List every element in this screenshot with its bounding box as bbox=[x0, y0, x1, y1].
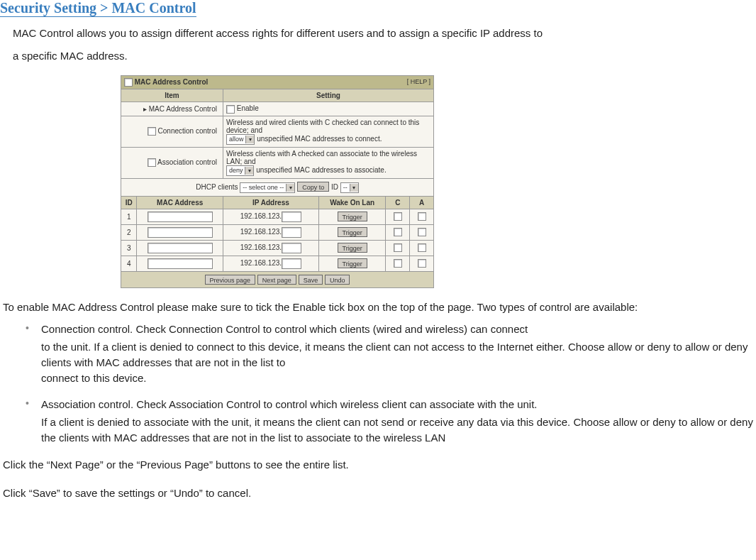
wol-cell: Trigger bbox=[318, 240, 385, 256]
assoc-text1: Wireless clients with A checked can asso… bbox=[226, 150, 417, 165]
mac-control-label: ▸ MAC Address Control bbox=[121, 102, 223, 116]
ip-cell: 192.168.123. bbox=[223, 209, 318, 224]
c-checkbox[interactable] bbox=[394, 243, 402, 252]
save-button[interactable]: Save bbox=[299, 275, 323, 285]
enable-instruction: To enable MAC Address Control please mak… bbox=[3, 298, 756, 317]
mac-input[interactable] bbox=[148, 258, 213, 269]
undo-button[interactable]: Undo bbox=[325, 275, 350, 285]
intro-para-1: MAC Control allows you to assign differe… bbox=[13, 24, 756, 43]
association-control-setting: Wireless clients with A checked can asso… bbox=[223, 147, 433, 178]
table-row: 4192.168.123.Trigger bbox=[121, 256, 434, 271]
mac-input[interactable] bbox=[148, 227, 213, 238]
footer-buttons: Previous page Next page Save Undo bbox=[121, 271, 434, 287]
dhcp-row: DHCP clients -- select one -- ▾ Copy to … bbox=[121, 178, 434, 196]
ip-prefix: 192.168.123. bbox=[240, 228, 282, 236]
col-setting-header: Setting bbox=[223, 89, 433, 102]
a-checkbox[interactable] bbox=[418, 259, 426, 268]
c-checkbox[interactable] bbox=[394, 259, 402, 268]
prev-page-button[interactable]: Previous page bbox=[205, 275, 256, 285]
table-row: 2192.168.123.Trigger bbox=[121, 224, 434, 240]
ip-prefix: 192.168.123. bbox=[240, 259, 282, 267]
ip-prefix: 192.168.123. bbox=[240, 212, 282, 220]
ip-cell: 192.168.123. bbox=[223, 224, 318, 240]
id-select-value: -- bbox=[343, 184, 348, 191]
next-page-button[interactable]: Next page bbox=[257, 275, 296, 285]
mac-cell bbox=[137, 209, 223, 224]
page-title: Security Setting > MAC Control bbox=[0, 0, 196, 17]
conn-text2: unspecified MAC addresses to connect. bbox=[257, 135, 382, 143]
help-link[interactable]: [ HELP ] bbox=[407, 78, 430, 85]
mac-cell bbox=[137, 224, 223, 240]
row-id: 2 bbox=[121, 224, 137, 240]
c-cell bbox=[386, 224, 410, 240]
association-control-checkbox[interactable] bbox=[148, 158, 156, 167]
assoc-policy-value: deny bbox=[229, 167, 243, 174]
mac-input[interactable] bbox=[148, 212, 213, 222]
row-id: 1 bbox=[121, 209, 137, 224]
grid-h-ip: IP Address bbox=[223, 196, 318, 209]
ip-suffix-input[interactable] bbox=[282, 258, 301, 269]
grid-h-wol: Wake On Lan bbox=[318, 196, 385, 209]
conn-body: to the unit. If a client is denied to co… bbox=[41, 339, 756, 386]
a-checkbox[interactable] bbox=[418, 212, 426, 221]
ip-suffix-input[interactable] bbox=[282, 243, 301, 253]
table-row: 1192.168.123.Trigger bbox=[121, 209, 434, 224]
chevron-down-icon: ▾ bbox=[245, 167, 253, 175]
id-label: ID bbox=[331, 183, 338, 191]
row-id: 3 bbox=[121, 240, 137, 256]
grid-h-c: C bbox=[386, 196, 410, 209]
conn-head: Connection control. Check Connection Con… bbox=[41, 321, 756, 338]
control-types-list: Connection control. Check Connection Con… bbox=[26, 321, 756, 446]
panel-collapse-icon[interactable] bbox=[124, 78, 133, 87]
trigger-button[interactable]: Trigger bbox=[338, 258, 367, 268]
mac-control-setting: Enable bbox=[223, 102, 433, 116]
ip-prefix: 192.168.123. bbox=[240, 243, 282, 251]
mac-input[interactable] bbox=[148, 243, 213, 253]
assoc-body: If a client is denied to associate with … bbox=[41, 414, 756, 446]
c-checkbox[interactable] bbox=[394, 212, 402, 221]
enable-label: Enable bbox=[237, 104, 259, 112]
row-id: 4 bbox=[121, 256, 137, 271]
ip-suffix-input[interactable] bbox=[282, 227, 301, 238]
ip-cell: 192.168.123. bbox=[223, 240, 318, 256]
mac-cell bbox=[137, 240, 223, 256]
assoc-text2: unspecified MAC addresses to associate. bbox=[256, 166, 386, 174]
save-instruction: Click “Save” to save the settings or “Un… bbox=[3, 484, 756, 503]
copy-to-button[interactable]: Copy to bbox=[297, 182, 329, 192]
a-cell bbox=[410, 224, 434, 240]
panel-header: MAC Address Control [ HELP ] bbox=[121, 76, 434, 89]
table-row: 3192.168.123.Trigger bbox=[121, 240, 434, 256]
c-cell bbox=[386, 256, 410, 271]
grid-h-mac: MAC Address bbox=[137, 196, 223, 209]
id-select[interactable]: -- ▾ bbox=[340, 182, 359, 193]
a-checkbox[interactable] bbox=[418, 243, 426, 252]
enable-checkbox[interactable] bbox=[226, 105, 235, 114]
assoc-policy-select[interactable]: deny ▾ bbox=[226, 165, 255, 176]
intro-para-2: a specific MAC address. bbox=[13, 47, 756, 65]
dhcp-select[interactable]: -- select one -- ▾ bbox=[240, 182, 295, 193]
col-item-header: Item bbox=[121, 89, 223, 102]
grid-h-id: ID bbox=[121, 196, 137, 209]
wol-cell: Trigger bbox=[318, 224, 385, 240]
mac-cell bbox=[137, 256, 223, 271]
association-control-cell: Association control bbox=[121, 147, 223, 178]
a-cell bbox=[410, 240, 434, 256]
connection-control-checkbox[interactable] bbox=[148, 127, 156, 136]
a-cell bbox=[410, 256, 434, 271]
ip-suffix-input[interactable] bbox=[282, 212, 301, 222]
a-checkbox[interactable] bbox=[418, 228, 426, 236]
connection-control-item: Connection control. Check Connection Con… bbox=[26, 321, 756, 386]
a-cell bbox=[410, 209, 434, 224]
trigger-button[interactable]: Trigger bbox=[338, 212, 367, 221]
grid-h-a: A bbox=[410, 196, 434, 209]
trigger-button[interactable]: Trigger bbox=[338, 227, 367, 237]
conn-policy-select[interactable]: allow ▾ bbox=[226, 134, 255, 145]
trigger-button[interactable]: Trigger bbox=[338, 243, 367, 253]
dhcp-select-value: -- select one -- bbox=[243, 184, 284, 191]
wol-cell: Trigger bbox=[318, 209, 385, 224]
conn-text1: Wireless and wired clients with C checke… bbox=[226, 119, 419, 134]
c-checkbox[interactable] bbox=[394, 228, 402, 236]
association-control-label: Association control bbox=[157, 158, 217, 166]
association-control-item: Association control. Check Association C… bbox=[26, 396, 756, 446]
c-cell bbox=[386, 209, 410, 224]
